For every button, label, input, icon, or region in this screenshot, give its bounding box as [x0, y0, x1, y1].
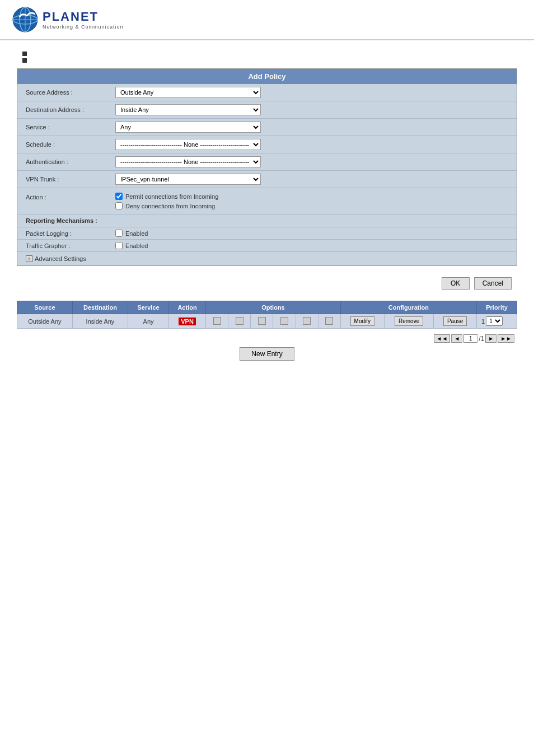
source-address-label: Source Address :	[26, 89, 115, 96]
th-source: Source	[17, 301, 73, 314]
permit-label: Permit connections from Incoming	[125, 193, 218, 200]
deny-checkbox[interactable]	[115, 202, 123, 209]
option-box-4	[280, 317, 288, 325]
priority-cell: 1 1 2 3	[481, 316, 512, 326]
modify-button[interactable]: Modify	[350, 316, 374, 326]
action-label: Action :	[26, 193, 115, 200]
source-address-select[interactable]: Outside Any Inside Any Any	[115, 87, 261, 98]
schedule-select[interactable]: ------------------------------ None ----…	[115, 139, 261, 150]
main-content: Add Policy Source Address : Outside Any …	[0, 40, 534, 372]
destination-address-label: Destination Address :	[26, 106, 115, 113]
service-row: Service : Any HTTP FTP	[17, 119, 517, 136]
td-option-3	[251, 314, 273, 329]
bullet-item-1	[22, 52, 517, 56]
priority-value: 1	[481, 318, 485, 325]
bullet-list	[17, 52, 517, 63]
plus-icon: +	[26, 255, 32, 262]
th-priority: Priority	[477, 301, 517, 314]
option-box-3	[258, 317, 266, 325]
vpn-trunk-select[interactable]: IPSec_vpn-tunnel None	[115, 174, 261, 185]
pagination-row: ◄◄ ◄ /1 ► ►►	[17, 334, 517, 343]
logo-planet-label: PLANET	[43, 10, 124, 24]
last-page-button[interactable]: ►►	[498, 334, 514, 343]
destination-address-control: Inside Any Outside Any Any	[115, 104, 508, 115]
traffic-grapher-value: Enabled	[125, 242, 148, 249]
service-control: Any HTTP FTP	[115, 122, 508, 133]
td-priority: 1 1 2 3	[477, 314, 517, 329]
reporting-header: Reporting Mechanisms :	[17, 214, 517, 227]
schedule-label: Schedule :	[26, 141, 115, 148]
priority-select[interactable]: 1 2 3	[486, 316, 503, 326]
advanced-settings-link[interactable]: + Advanced Settings	[26, 255, 508, 262]
packet-logging-control: Enabled	[115, 230, 148, 237]
remove-button[interactable]: Remove	[395, 316, 423, 326]
td-modify: Modify	[340, 314, 384, 329]
authentication-label: Authentication :	[26, 158, 115, 165]
permit-checkbox[interactable]	[115, 193, 123, 200]
page-input[interactable]	[463, 334, 477, 343]
option-box-2	[236, 317, 243, 325]
td-service: Any	[128, 314, 169, 329]
td-option-6	[318, 314, 340, 329]
td-option-1	[206, 314, 228, 329]
destination-address-select[interactable]: Inside Any Outside Any Any	[115, 104, 261, 115]
logo-text: PLANET Networking & Communication	[43, 10, 124, 30]
ok-button[interactable]: OK	[442, 277, 470, 290]
packet-logging-checkbox[interactable]	[115, 230, 123, 237]
prev-page-button[interactable]: ◄	[451, 334, 462, 343]
next-page-button[interactable]: ►	[485, 334, 496, 343]
schedule-control: ------------------------------ None ----…	[115, 139, 508, 150]
panel-title: Add Policy	[17, 69, 517, 84]
logo-sub-label: Networking & Communication	[43, 24, 124, 30]
source-address-row: Source Address : Outside Any Inside Any …	[17, 84, 517, 101]
new-entry-button[interactable]: New Entry	[240, 347, 294, 361]
deny-checkbox-row: Deny connections from Incoming	[115, 202, 218, 209]
packet-logging-row: Packet Logging : Enabled	[17, 227, 517, 240]
th-service: Service	[128, 301, 169, 314]
th-action: Action	[168, 301, 205, 314]
authentication-select[interactable]: ------------------------------ None ----…	[115, 156, 261, 167]
table-row: Outside Any Inside Any Any VPN Modify	[17, 314, 517, 329]
table-header-row: Source Destination Service Action Option…	[17, 301, 517, 314]
source-address-control: Outside Any Inside Any Any	[115, 87, 508, 98]
policy-table: Source Destination Service Action Option…	[17, 301, 517, 329]
service-select[interactable]: Any HTTP FTP	[115, 122, 261, 133]
packet-logging-value: Enabled	[125, 230, 148, 237]
td-option-4	[273, 314, 296, 329]
bullet-square-icon	[22, 58, 27, 63]
cancel-button[interactable]: Cancel	[474, 277, 512, 290]
panel-body: Source Address : Outside Any Inside Any …	[17, 84, 517, 265]
authentication-control: ------------------------------ None ----…	[115, 156, 508, 167]
td-remove: Remove	[384, 314, 433, 329]
schedule-row: Schedule : -----------------------------…	[17, 136, 517, 153]
action-row: Action : Permit connections from Incomin…	[17, 188, 517, 214]
policy-panel: Add Policy Source Address : Outside Any …	[17, 68, 517, 266]
td-action: VPN	[168, 314, 205, 329]
td-destination: Inside Any	[72, 314, 128, 329]
page-separator: /1	[479, 335, 484, 343]
th-destination: Destination	[72, 301, 128, 314]
first-page-button[interactable]: ◄◄	[434, 334, 451, 343]
traffic-grapher-row: Traffic Grapher : Enabled	[17, 240, 517, 252]
traffic-grapher-control: Enabled	[115, 242, 148, 249]
permit-checkbox-row: Permit connections from Incoming	[115, 193, 218, 200]
header: PLANET Networking & Communication	[0, 0, 534, 40]
advanced-settings-label: Advanced Settings	[35, 255, 86, 262]
vpn-trunk-control: IPSec_vpn-tunnel None	[115, 174, 508, 185]
logo: PLANET Networking & Communication	[11, 6, 124, 34]
service-label: Service :	[26, 124, 115, 130]
logo-globe-icon	[11, 6, 39, 34]
th-configuration: Configuration	[340, 301, 476, 314]
td-pause: Pause	[434, 314, 477, 329]
pause-button[interactable]: Pause	[443, 316, 467, 326]
th-options: Options	[206, 301, 341, 314]
bullet-square-icon	[22, 52, 27, 56]
packet-logging-label: Packet Logging :	[26, 230, 115, 237]
buttons-row: OK Cancel	[17, 277, 517, 290]
authentication-row: Authentication : -----------------------…	[17, 153, 517, 171]
vpn-badge: VPN	[179, 318, 196, 325]
traffic-grapher-label: Traffic Grapher :	[26, 242, 115, 249]
traffic-grapher-checkbox[interactable]	[115, 242, 123, 249]
deny-label: Deny connections from Incoming	[125, 203, 215, 209]
new-entry-row: New Entry	[17, 347, 517, 361]
